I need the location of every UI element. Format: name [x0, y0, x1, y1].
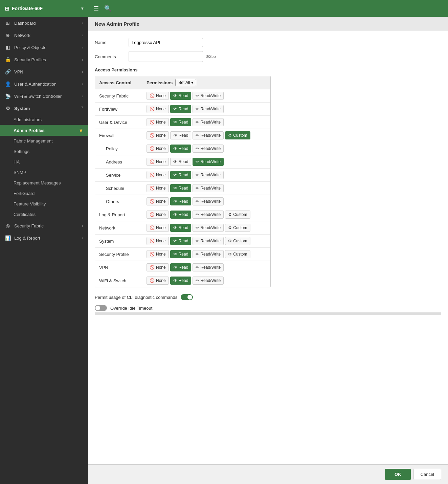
perm-none-firewall[interactable]: 🚫 None [147, 131, 169, 139]
perm-readwrite-security-profile[interactable]: ✏ Read/Write [193, 250, 224, 258]
sidebar-item-log-report[interactable]: 📊 Log & Report › [0, 232, 88, 244]
perm-custom-security-profile[interactable]: ⚙ Custom [225, 250, 250, 258]
perm-readwrite-security-fabric[interactable]: ✏ Read/Write [193, 92, 224, 100]
perm-readwrite-policy[interactable]: ✏ Read/Write [193, 145, 224, 153]
sidebar-sub-fortiguard[interactable]: FortiGuard [0, 188, 88, 199]
ok-button[interactable]: OK [385, 469, 411, 480]
perm-none-security-profile[interactable]: 🚫 None [147, 250, 169, 258]
perm-none-network[interactable]: 🚫 None [147, 224, 169, 232]
eye-icon: 👁 [173, 252, 177, 257]
perm-read-firewall[interactable]: 👁 Read [170, 131, 192, 139]
perm-read-wifi-switch[interactable]: 👁 Read [170, 277, 192, 285]
set-all-button[interactable]: Set All ▾ [175, 79, 196, 86]
perm-readwrite-network[interactable]: ✏ Read/Write [193, 224, 224, 232]
sidebar-item-system[interactable]: ⚙ System ˅ [0, 102, 88, 114]
cancel-button[interactable]: Cancel [413, 469, 441, 480]
perm-label-firewall: Firewall [99, 133, 147, 138]
comments-input[interactable] [129, 51, 203, 62]
sidebar-item-user-auth[interactable]: 👤 User & Authentication › [0, 78, 88, 90]
admin-profiles-star: ★ [79, 128, 83, 133]
perm-read-vpn[interactable]: 👁 Read [170, 263, 192, 271]
security-fabric-chevron: › [82, 224, 83, 228]
perm-none-address[interactable]: 🚫 None [147, 158, 169, 166]
perm-readwrite-schedule[interactable]: ✏ Read/Write [193, 184, 224, 192]
perm-read-address[interactable]: 👁 Read [170, 158, 192, 166]
perm-read-fortiview[interactable]: 👁 Read [170, 105, 192, 113]
perm-custom-log-report[interactable]: ⚙ Custom [225, 211, 250, 219]
perm-read-network[interactable]: 👁 Read [170, 224, 192, 232]
perm-readwrite-vpn[interactable]: ✏ Read/Write [193, 263, 224, 271]
search-icon[interactable]: 🔍 [104, 5, 112, 12]
perm-read-others[interactable]: 👁 Read [170, 197, 192, 205]
sidebar-sub-ha[interactable]: HA [0, 157, 88, 167]
perm-read-service[interactable]: 👁 Read [170, 171, 192, 179]
perm-read-system[interactable]: 👁 Read [170, 237, 192, 245]
perm-label-security-fabric: Security Fabric [99, 93, 147, 98]
perm-none-schedule[interactable]: 🚫 None [147, 184, 169, 192]
sidebar-sub-snmp[interactable]: SNMP [0, 167, 88, 178]
sidebar-item-security-fabric[interactable]: ◎ Security Fabric › [0, 220, 88, 232]
perm-read-user-device[interactable]: 👁 Read [170, 118, 192, 126]
perm-custom-network[interactable]: ⚙ Custom [225, 224, 250, 232]
sidebar-item-wifi-switch[interactable]: 📡 WiFi & Switch Controller › [0, 90, 88, 102]
perm-custom-firewall[interactable]: ⚙ Custom [225, 131, 250, 139]
perm-readwrite-firewall[interactable]: ✏ Read/Write [193, 131, 224, 139]
sidebar-item-vpn[interactable]: 🔗 VPN › [0, 66, 88, 78]
gear-icon: ⚙ [228, 225, 232, 230]
perm-readwrite-log-report[interactable]: ✏ Read/Write [193, 211, 224, 219]
idle-toggle[interactable] [95, 305, 107, 311]
perm-readwrite-address[interactable]: ✏ Read/Write [193, 158, 224, 166]
perm-none-fortiview[interactable]: 🚫 None [147, 105, 169, 113]
pen-icon: ✏ [196, 199, 199, 204]
cli-toggle[interactable] [181, 294, 193, 300]
sidebar-header[interactable]: ⊞ FortiGate-60F ▾ [0, 0, 88, 17]
name-input[interactable] [129, 38, 203, 47]
sidebar-item-dashboard[interactable]: ⊞ Dashboard › [0, 17, 88, 29]
perm-none-wifi-switch[interactable]: 🚫 None [147, 277, 169, 285]
hamburger-icon[interactable]: ☰ [93, 5, 99, 12]
sidebar-item-label: VPN [14, 69, 23, 74]
perm-none-others[interactable]: 🚫 None [147, 197, 169, 205]
admin-profiles-label: Admin Profiles [14, 128, 45, 133]
perm-none-user-device[interactable]: 🚫 None [147, 118, 169, 126]
perm-none-log-report[interactable]: 🚫 None [147, 211, 169, 219]
pen-icon: ✏ [196, 265, 199, 270]
replacement-msg-label: Replacement Messages [14, 180, 61, 185]
perm-row-wifi-switch: WiFi & Switch 🚫 None 👁 Read ✏ Read/Write [95, 274, 270, 287]
perm-readwrite-system[interactable]: ✏ Read/Write [193, 237, 224, 245]
perm-read-schedule[interactable]: 👁 Read [170, 184, 192, 192]
perm-readwrite-service[interactable]: ✏ Read/Write [193, 171, 224, 179]
none-icon: 🚫 [150, 186, 155, 191]
perm-none-policy[interactable]: 🚫 None [147, 145, 169, 153]
perm-read-security-fabric[interactable]: 👁 Read [170, 92, 192, 100]
perm-none-vpn[interactable]: 🚫 None [147, 263, 169, 271]
perm-custom-system[interactable]: ⚙ Custom [225, 237, 250, 245]
none-icon: 🚫 [150, 133, 155, 138]
perm-none-system[interactable]: 🚫 None [147, 237, 169, 245]
perm-none-service[interactable]: 🚫 None [147, 171, 169, 179]
perm-readwrite-others[interactable]: ✏ Read/Write [193, 197, 224, 205]
sidebar-sub-feature-visibility[interactable]: Feature Visibility [0, 199, 88, 209]
none-icon: 🚫 [150, 278, 155, 283]
perm-readwrite-fortiview[interactable]: ✏ Read/Write [193, 105, 224, 113]
sidebar-sub-certificates[interactable]: Certificates [0, 209, 88, 220]
scrollbar[interactable] [95, 312, 441, 315]
perm-none-security-fabric[interactable]: 🚫 None [147, 92, 169, 100]
page-header: New Admin Profile [88, 17, 448, 31]
perm-read-security-profile[interactable]: 👁 Read [170, 250, 192, 258]
wifi-chevron: › [82, 94, 83, 98]
sidebar-item-network[interactable]: ⊕ Network › [0, 29, 88, 41]
sidebar-sub-fabric-management[interactable]: Fabric Management [0, 136, 88, 146]
sidebar-item-security-profiles[interactable]: 🔒 Security Profiles › [0, 53, 88, 66]
cli-row: Permit usage of CLI diagnostic commands [95, 294, 441, 300]
sidebar-item-policy[interactable]: ◧ Policy & Objects › [0, 41, 88, 53]
sidebar-sub-administrators[interactable]: Administrators [0, 114, 88, 125]
sidebar-sub-admin-profiles[interactable]: Admin Profiles ★ [0, 125, 88, 136]
pen-icon: ✏ [196, 252, 199, 257]
sidebar-sub-replacement-msg[interactable]: Replacement Messages [0, 178, 88, 188]
perm-read-log-report[interactable]: 👁 Read [170, 211, 192, 219]
perm-readwrite-wifi-switch[interactable]: ✏ Read/Write [193, 277, 224, 285]
perm-read-policy[interactable]: 👁 Read [170, 145, 192, 153]
perm-readwrite-user-device[interactable]: ✏ Read/Write [193, 118, 224, 126]
sidebar-sub-settings[interactable]: Settings [0, 146, 88, 157]
